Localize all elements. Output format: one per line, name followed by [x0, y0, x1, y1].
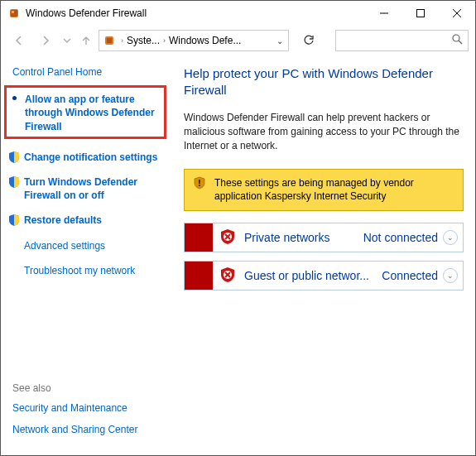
up-button[interactable]	[77, 29, 95, 52]
minimize-button[interactable]	[366, 1, 402, 26]
titlebar: Windows Defender Firewall	[1, 1, 475, 26]
window-title: Windows Defender Firewall	[26, 7, 366, 19]
shield-icon	[7, 175, 21, 189]
content: Control Panel Home Allow an app or featu…	[1, 55, 475, 455]
svg-point-9	[453, 35, 459, 41]
see-also-heading: See also	[9, 382, 166, 394]
svg-line-6	[453, 9, 461, 17]
link-restore-defaults[interactable]: Restore defaults	[9, 214, 166, 227]
svg-rect-4	[417, 10, 425, 17]
svg-line-5	[453, 9, 461, 17]
link-label: Change notification settings	[24, 151, 157, 163]
link-change-notif[interactable]: Change notification settings	[9, 151, 166, 164]
network-row-public[interactable]: Guest or public networ... Connected ⌄	[184, 261, 464, 290]
bullet-icon	[12, 96, 17, 100]
breadcrumb[interactable]: › Syste... › Windows Defe... ⌄	[99, 30, 289, 51]
link-advanced[interactable]: Advanced settings	[9, 239, 166, 252]
chevron-right-icon: ›	[163, 36, 166, 45]
forward-button[interactable]	[34, 29, 57, 52]
link-troubleshoot[interactable]: Troubleshoot my network	[9, 264, 166, 277]
expand-icon[interactable]: ⌄	[443, 230, 458, 245]
maximize-button[interactable]	[402, 1, 439, 26]
link-label: Restore defaults	[24, 214, 102, 226]
shield-icon	[7, 151, 21, 164]
link-label: Turn Windows Defender Firewall on or off	[24, 176, 137, 201]
svg-rect-8	[107, 38, 112, 43]
blocked-shield-icon	[219, 266, 238, 286]
link-label: Allow an app or feature through Windows …	[25, 94, 155, 132]
breadcrumb-item[interactable]: Syste...	[127, 35, 160, 46]
app-icon	[7, 7, 21, 20]
warning-shield-icon: !	[193, 176, 206, 204]
banner-text: These settings are being managed by vend…	[214, 176, 454, 204]
network-status: Connected	[382, 269, 438, 282]
link-cp-home[interactable]: Control Panel Home	[9, 65, 166, 79]
back-button[interactable]	[7, 29, 31, 52]
svg-text:!: !	[198, 179, 200, 188]
link-turn-onoff[interactable]: Turn Windows Defender Firewall on or off	[9, 175, 166, 202]
nav-row: › Syste... › Windows Defe... ⌄	[1, 26, 475, 55]
link-allow-app[interactable]: Allow an app or feature through Windows …	[10, 93, 161, 133]
chevron-right-icon: ›	[121, 36, 123, 45]
status-block	[185, 223, 213, 252]
search-input[interactable]	[335, 30, 469, 51]
search-icon	[452, 33, 463, 48]
refresh-button[interactable]	[297, 30, 320, 51]
link-security-maintenance[interactable]: Security and Maintenance	[9, 402, 166, 414]
breadcrumb-icon	[103, 34, 116, 47]
network-label: Guest or public networ...	[244, 269, 369, 282]
vendor-banner: ! These settings are being managed by ve…	[184, 169, 464, 212]
sidebar: Control Panel Home Allow an app or featu…	[1, 55, 171, 455]
expand-icon[interactable]: ⌄	[443, 268, 458, 283]
svg-rect-2	[12, 11, 14, 13]
blocked-shield-icon	[219, 228, 238, 247]
recent-dropdown[interactable]	[60, 29, 74, 52]
breadcrumb-item[interactable]: Windows Defe...	[169, 35, 241, 46]
main-pane: Help protect your PC with Windows Defend…	[171, 55, 475, 455]
page-heading: Help protect your PC with Windows Defend…	[184, 65, 464, 99]
network-row-private[interactable]: Private networks Not connected ⌄	[184, 223, 464, 252]
breadcrumb-dropdown[interactable]: ⌄	[276, 36, 285, 46]
shield-icon	[7, 214, 21, 227]
highlight-box: Allow an app or feature through Windows …	[4, 85, 166, 139]
network-status: Not connected	[363, 231, 438, 244]
link-network-sharing[interactable]: Network and Sharing Center	[9, 424, 166, 435]
status-block	[185, 262, 213, 290]
close-button[interactable]	[439, 1, 475, 26]
page-description: Windows Defender Firewall can help preve…	[184, 111, 464, 154]
svg-line-10	[459, 41, 462, 44]
network-label: Private networks	[244, 231, 329, 244]
